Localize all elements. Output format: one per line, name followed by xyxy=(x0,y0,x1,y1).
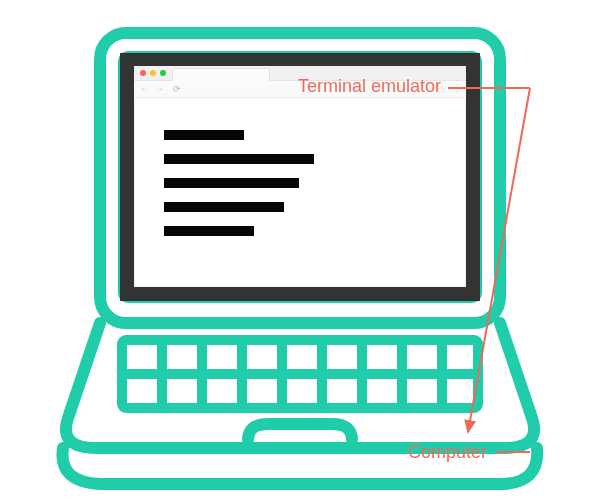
terminal-line xyxy=(164,154,314,164)
minimize-icon xyxy=(150,70,156,76)
diagram-stage: ← → ⟳ ☆ ⋮ Terminal emulator Computer xyxy=(0,0,600,502)
zoom-icon xyxy=(160,70,166,76)
reload-icon: ⟳ xyxy=(173,84,181,94)
terminal-line xyxy=(164,178,299,188)
close-icon xyxy=(140,70,146,76)
nav-arrows-icon: ← → xyxy=(140,84,167,94)
browser-tab xyxy=(172,68,270,81)
label-terminal-emulator: Terminal emulator xyxy=(298,76,441,97)
terminal-line xyxy=(164,226,254,236)
kebab-menu-icon: ⋮ xyxy=(452,84,460,94)
window-traffic-lights xyxy=(140,70,166,76)
terminal-line xyxy=(164,202,284,212)
terminal-line xyxy=(164,130,244,140)
label-computer: Computer xyxy=(408,442,487,463)
browser-window: ← → ⟳ ☆ ⋮ xyxy=(134,66,466,287)
terminal-emulator xyxy=(134,98,466,268)
